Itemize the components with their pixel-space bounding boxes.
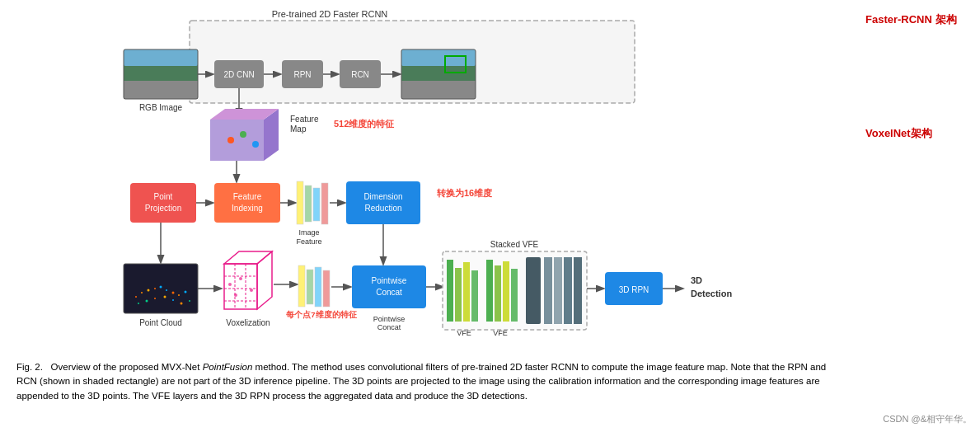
svg-point-65 (239, 277, 242, 280)
diagram-svg: Pre-trained 2D Faster RCNN RGB Image 2D … (8, 8, 849, 355)
svg-rect-87 (544, 257, 552, 324)
label-point-projection-l1: Point (154, 192, 173, 201)
svg-rect-31 (297, 181, 303, 224)
svg-rect-84 (503, 261, 509, 322)
label-feature-indexing-l2: Indexing (232, 204, 263, 213)
svg-point-45 (178, 294, 180, 296)
svg-rect-86 (526, 257, 541, 324)
svg-point-42 (160, 286, 162, 289)
svg-rect-83 (495, 265, 501, 322)
svg-rect-33 (313, 188, 320, 221)
label-vfe1: VFE (457, 329, 471, 337)
svg-rect-79 (455, 268, 462, 322)
caption: Fig. 2. Overview of the proposed MVX-Net… (8, 360, 849, 403)
svg-point-23 (227, 137, 234, 143)
label-convert16: 转换为16维度 (436, 188, 493, 198)
svg-point-44 (172, 292, 175, 294)
fig-label: Fig. 2. Overview of the proposed MVX-Net… (16, 362, 826, 401)
svg-point-46 (185, 291, 187, 293)
svg-point-50 (164, 296, 166, 298)
svg-point-41 (154, 288, 156, 289)
svg-rect-36 (346, 181, 420, 224)
label-pointwise-concat-l2: Concat (376, 288, 402, 297)
label-pointcloud: Point Cloud (139, 318, 182, 327)
label-pointwise-concat-bottom: Pointwise (373, 315, 406, 323)
svg-point-39 (141, 292, 143, 293)
label-image-feature2: Feature (296, 237, 321, 246)
svg-marker-58 (257, 251, 272, 309)
svg-rect-14 (401, 49, 476, 66)
svg-rect-16 (401, 81, 476, 99)
label-rcnn: RCN (351, 70, 369, 79)
svg-rect-80 (463, 262, 470, 322)
svg-rect-81 (471, 270, 478, 322)
pretrained-title: Pre-trained 2D Faster RCNN (272, 9, 388, 19)
label-pointwise-concat-bottom2: Concat (377, 323, 401, 331)
svg-rect-90 (574, 257, 582, 324)
svg-rect-37 (124, 264, 198, 313)
svg-marker-56 (224, 264, 257, 309)
label-stacked-vfe: Stacked VFE (490, 240, 539, 249)
svg-rect-82 (486, 260, 493, 322)
svg-rect-88 (554, 257, 562, 324)
label-rpn: RPN (293, 70, 311, 79)
label-voxelization: Voxelization (226, 318, 270, 327)
svg-point-25 (252, 141, 259, 148)
svg-rect-27 (130, 183, 196, 223)
label-featuremap2: Map (290, 124, 307, 134)
right-labels: Faster-RCNN 架构 VoxelNet架构 (857, 0, 980, 432)
label-rgb: RGB Image (139, 103, 183, 112)
svg-point-40 (148, 289, 150, 292)
svg-marker-20 (210, 120, 264, 161)
svg-rect-72 (323, 270, 330, 307)
svg-rect-29 (214, 183, 280, 223)
label-image-feature: Image (298, 228, 319, 237)
label-dimension-reduction-l2: Reduction (364, 204, 401, 213)
svg-rect-74 (352, 265, 426, 308)
svg-rect-32 (305, 185, 312, 222)
svg-rect-4 (124, 81, 198, 99)
label-vfe2: VFE (493, 329, 508, 337)
label-3d-rpn: 3D RPN (619, 285, 649, 294)
svg-point-52 (181, 303, 183, 305)
watermark: CSDN @&相守年华。 (883, 413, 972, 425)
label-feature-indexing-l1: Feature (233, 192, 262, 201)
svg-rect-85 (511, 269, 518, 322)
label-dimension-reduction-l1: Dimension (363, 192, 402, 201)
svg-rect-78 (447, 260, 453, 322)
svg-rect-89 (564, 257, 572, 324)
svg-rect-2 (124, 49, 198, 66)
svg-point-47 (138, 303, 139, 304)
diagram-area: Pre-trained 2D Faster RCNN RGB Image 2D … (0, 0, 857, 432)
right-label-voxel: VoxelNet架构 (865, 126, 972, 141)
label-3d-detection-l1: 3D (691, 275, 702, 285)
label-2dcnn: 2D CNN (223, 70, 254, 79)
label-7dim: 每个点7维度的特征 (286, 310, 357, 319)
svg-rect-70 (307, 270, 313, 304)
svg-rect-34 (321, 183, 328, 224)
main-container: Pre-trained 2D Faster RCNN RGB Image 2D … (0, 0, 980, 432)
label-featuremap: Feature (290, 115, 319, 124)
label-point-projection-l2: Projection (145, 204, 181, 213)
svg-point-49 (154, 298, 156, 299)
svg-point-53 (189, 300, 190, 302)
svg-point-48 (146, 300, 148, 303)
svg-point-24 (240, 131, 246, 138)
svg-point-66 (250, 289, 253, 292)
svg-rect-69 (298, 265, 305, 307)
svg-point-51 (172, 299, 174, 301)
label-512: 512维度的特征 (334, 119, 395, 129)
label-pointwise-concat-l1: Pointwise (372, 276, 407, 285)
label-3d-detection-l2: Detection (691, 289, 732, 298)
svg-point-43 (166, 289, 167, 291)
right-label-faster: Faster-RCNN 架构 (865, 12, 972, 27)
svg-point-64 (228, 283, 232, 286)
svg-point-67 (234, 293, 237, 297)
svg-point-38 (135, 296, 137, 298)
svg-rect-3 (124, 66, 198, 81)
svg-rect-71 (315, 267, 321, 307)
